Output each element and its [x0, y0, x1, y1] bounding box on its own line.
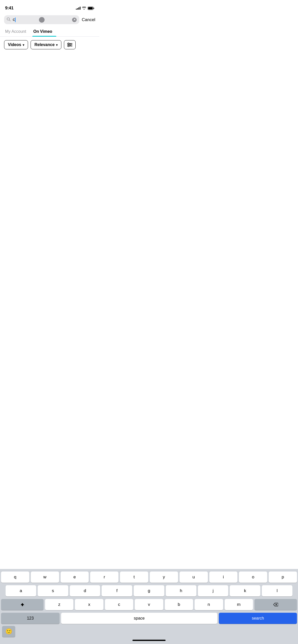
svg-line-4 [9, 20, 10, 21]
status-bar: 9:41 [0, 0, 99, 13]
search-input-wrapper[interactable]: c ✕ [4, 15, 79, 24]
svg-rect-2 [88, 7, 93, 9]
search-bar-row: c ✕ Cancel [0, 13, 99, 27]
svg-point-10 [68, 46, 69, 47]
videos-filter-button[interactable]: Videos ▾ [4, 40, 28, 49]
sliders-icon [67, 42, 72, 47]
relevance-filter-button[interactable]: Relevance ▾ [31, 40, 61, 49]
filter-row: Videos ▾ Relevance ▾ [0, 37, 99, 53]
chevron-down-icon: ▾ [23, 43, 24, 47]
status-time: 9:41 [5, 6, 13, 11]
search-input[interactable]: c [13, 17, 70, 22]
svg-point-8 [68, 43, 69, 44]
cancel-button[interactable]: Cancel [82, 17, 95, 22]
svg-rect-1 [93, 8, 94, 9]
battery-icon [88, 7, 94, 10]
wifi-icon [82, 7, 86, 10]
tab-on-vimeo[interactable]: On Vimeo [32, 27, 56, 36]
content-area [0, 53, 99, 155]
search-icon [7, 17, 11, 22]
tab-my-account[interactable]: My Account [4, 27, 30, 36]
chevron-down-icon: ▾ [56, 43, 58, 47]
signal-icon [76, 7, 80, 10]
status-icons [76, 7, 94, 10]
clear-search-button[interactable]: ✕ [72, 18, 77, 22]
filter-options-button[interactable] [64, 40, 76, 49]
svg-point-9 [70, 44, 71, 46]
tabs-row: My Account On Vimeo [0, 27, 99, 37]
